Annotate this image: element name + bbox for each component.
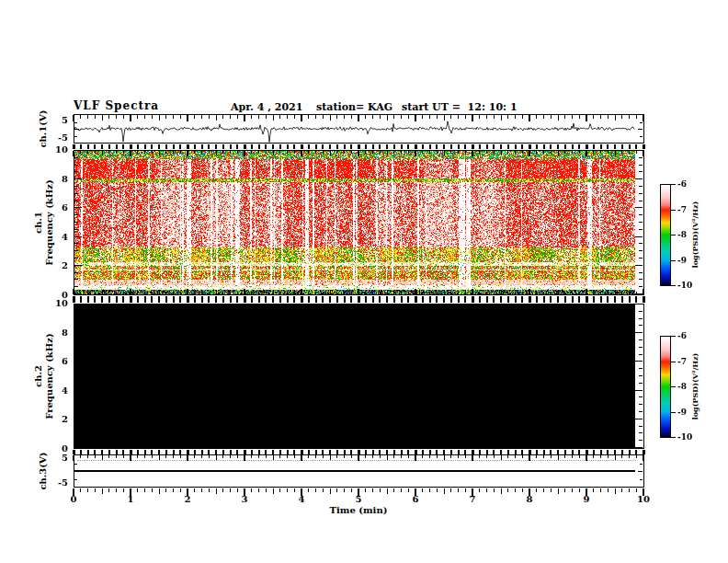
x-tick-gap1: [244, 144, 246, 149]
x-tick-axis-bottom: [507, 488, 508, 492]
x-tick-gap1: [493, 144, 495, 149]
x-tick-gap3: [479, 450, 481, 454]
x-tick-gap2: [215, 296, 217, 303]
x-tick-gap3: [230, 450, 232, 454]
x-tick-gap3: [265, 450, 267, 454]
x-tick-gap2: [87, 296, 89, 303]
x-tick-ch3wave-top: [336, 455, 337, 458]
x-tick-ch1wave-top: [458, 115, 459, 119]
x-tick-ch1spec-bottom: [380, 292, 381, 294]
x-tick-gap2: [308, 296, 310, 303]
x-tick-ch3wave-top: [102, 455, 103, 460]
y-tick-ch2spec-left: [74, 411, 78, 412]
x-tick-ch1spec-top: [465, 151, 466, 154]
colorbar-tick: [671, 260, 676, 261]
x-tick-ch1spec-bottom: [372, 292, 373, 294]
y-tick-ch2spec-right: [635, 304, 643, 304]
x-tick-gap3: [543, 450, 545, 454]
x-tick-ch1spec-top: [551, 151, 552, 154]
ch2-spec-ytick-label: 6: [50, 356, 68, 367]
x-tick-gap2: [287, 296, 289, 303]
x-tick-gap1: [201, 144, 203, 149]
x-tick-axis-bottom: [144, 488, 145, 492]
x-tick-ch1spec-bottom: [358, 289, 359, 294]
x-tick-ch1wave-top: [507, 115, 508, 119]
x-tick-label: 3: [234, 494, 255, 505]
x-tick-ch1spec-top: [486, 151, 487, 154]
x-tick-ch3wave-top: [536, 455, 537, 458]
x-tick-gap1: [344, 144, 346, 149]
x-tick-ch3wave-top: [279, 455, 280, 458]
x-tick-ch1wave-top: [564, 115, 565, 119]
x-tick-ch1spec-top: [87, 151, 88, 154]
x-tick-axis-bottom: [479, 488, 480, 492]
y-tick-ch2spec-left: [74, 419, 82, 419]
y-tick-ch1spec-left: [74, 243, 78, 244]
x-tick-gap1: [543, 144, 545, 149]
x-tick-axis-bottom: [501, 488, 502, 494]
colorbar-tick: [671, 210, 676, 211]
x-tick-gap1: [472, 144, 474, 149]
y-tick-ch2spec-right: [635, 447, 643, 448]
x-tick-gap2: [144, 296, 146, 303]
x-tick-gap1: [173, 144, 175, 149]
x-tick-gap2: [350, 296, 352, 303]
x-tick-gap3: [315, 450, 317, 454]
x-tick-ch1spec-top: [572, 151, 573, 154]
x-tick-gap2: [258, 296, 260, 303]
x-tick-ch1spec-bottom: [479, 292, 480, 294]
x-tick-gap1: [507, 144, 509, 149]
x-tick-ch3wave-top: [608, 455, 609, 458]
x-tick-ch1wave-top: [608, 115, 609, 119]
ch1-spec-ytick-label: 8: [50, 174, 68, 185]
x-tick-gap1: [187, 144, 189, 149]
y-tick-ch1spec-right: [639, 243, 643, 244]
x-tick-gap1: [258, 144, 260, 149]
y-tick-ch3wave-left: [74, 464, 77, 465]
x-tick-gap3: [215, 450, 217, 454]
x-tick-gap3: [401, 450, 403, 454]
x-tick-gap1: [436, 144, 438, 149]
x-tick-ch1wave-top: [551, 115, 552, 119]
y-axis-label-ch2-spec-line1: ch.2: [33, 307, 44, 445]
x-tick-ch1spec-top: [422, 151, 423, 154]
x-tick-ch3wave-top: [401, 455, 402, 458]
x-tick-ch1spec-top: [586, 151, 587, 156]
x-tick-ch1wave-top: [365, 115, 366, 119]
x-tick-ch1spec-bottom: [108, 292, 109, 294]
x-tick-gap2: [429, 296, 431, 303]
x-tick-ch1spec-top: [564, 151, 565, 154]
x-tick-ch1wave-top: [95, 115, 96, 119]
start-ut-label: start UT = 12: 10: 1: [402, 101, 518, 113]
x-tick-ch1spec-top: [144, 151, 145, 154]
x-tick-axis-bottom: [543, 488, 544, 492]
x-tick-ch1spec-top: [216, 151, 217, 155]
x-tick-axis-bottom: [408, 488, 409, 492]
x-tick-gap1: [236, 144, 238, 149]
y-tick-ch2spec-left: [74, 354, 78, 355]
x-tick-gap3: [422, 450, 424, 454]
x-tick-ch1wave-top: [152, 115, 153, 119]
x-tick-gap1: [336, 144, 338, 149]
x-tick-ch1spec-top: [315, 151, 316, 154]
y-tick-ch1spec-left: [74, 279, 78, 280]
x-tick-ch1spec-top: [365, 151, 366, 154]
x-tick-ch1wave-top: [536, 115, 537, 119]
x-tick-ch1wave-top: [522, 115, 523, 119]
x-tick-ch1wave-top: [294, 115, 295, 119]
x-tick-ch1spec-bottom: [393, 292, 394, 294]
x-tick-gap2: [586, 296, 588, 303]
colorbar-tick: [671, 336, 676, 337]
x-tick-ch1spec-bottom: [437, 292, 438, 294]
x-tick-gap2: [301, 296, 303, 303]
x-tick-gap3: [500, 450, 502, 454]
x-tick-axis-bottom: [123, 488, 124, 492]
x-tick-ch1spec-top: [401, 151, 402, 154]
x-tick-gap2: [344, 296, 346, 303]
x-tick-axis-bottom: [579, 488, 580, 492]
y-tick-ch1spec-right: [635, 150, 643, 151]
x-tick-gap3: [137, 450, 139, 454]
x-tick-gap3: [600, 450, 602, 454]
ch1-spec-ytick-label: 2: [50, 260, 68, 271]
y-tick-ch3wave-right: [638, 471, 643, 472]
